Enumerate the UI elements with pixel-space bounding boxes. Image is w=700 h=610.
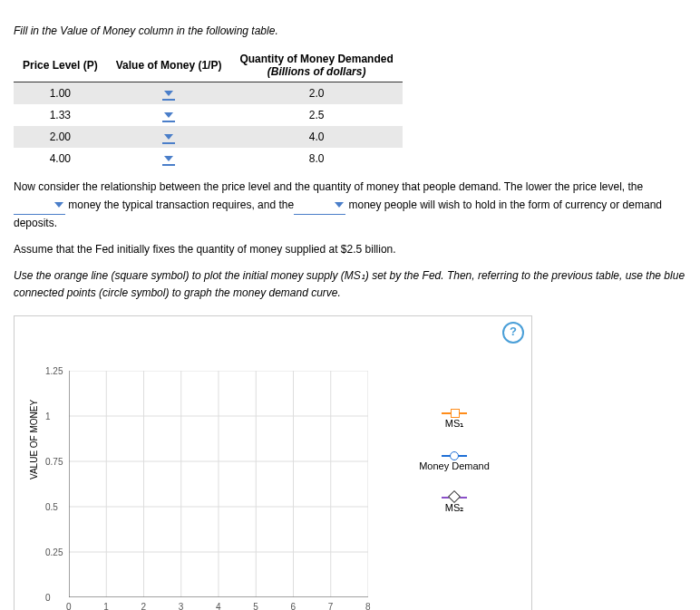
graph-instruction: Use the orange line (square symbol) to p… [14,267,686,302]
blank-1-dropdown[interactable] [14,196,65,214]
blank-2-dropdown[interactable] [294,196,345,214]
legend: MS₁ Money Demand MS₂ [404,407,504,534]
price-cell: 1.00 [14,82,107,105]
square-icon [442,412,467,414]
value-dropdown[interactable] [107,126,231,148]
col-header-value: Value of Money (1/P) [107,49,231,82]
qty-cell: 8.0 [230,148,402,169]
instruction-text: Fill in the Value of Money column in the… [14,23,686,40]
value-dropdown[interactable] [107,82,231,105]
legend-money-demand[interactable]: Money Demand [404,450,504,471]
assumption-text: Assume that the Fed initially fixes the … [14,241,686,258]
price-cell: 2.00 [14,126,107,148]
y-axis-label: VALUE OF MONEY [29,400,39,479]
col-header-price: Price Level (P) [14,49,107,82]
data-table: Price Level (P) Value of Money (1/P) Qua… [14,49,403,169]
col-header-qty: Quantity of Money Demanded (Billions of … [230,49,402,82]
plot-area[interactable] [69,371,368,597]
caret-icon [335,202,344,208]
qty-cell: 4.0 [230,126,402,148]
price-cell: 1.33 [14,104,107,126]
circle-icon [442,455,467,457]
help-button[interactable]: ? [502,322,524,344]
value-dropdown[interactable] [107,104,231,126]
price-cell: 4.00 [14,148,107,169]
table-row: 1.332.5 [14,104,403,126]
diamond-icon [442,497,467,499]
table-row: 1.002.0 [14,82,403,105]
value-dropdown[interactable] [107,148,231,169]
graph-container: ? VALUE OF MONEY QUANTITY OF MONEY (Bill… [14,315,532,610]
table-row: 2.004.0 [14,126,403,148]
qty-cell: 2.5 [230,104,402,126]
legend-ms2[interactable]: MS₂ [404,491,504,514]
qty-cell: 2.0 [230,82,402,105]
question-paragraph-1: Now consider the relationship between th… [14,179,686,232]
legend-ms1[interactable]: MS₁ [404,407,504,430]
table-row: 4.008.0 [14,148,403,169]
caret-icon [54,202,63,208]
